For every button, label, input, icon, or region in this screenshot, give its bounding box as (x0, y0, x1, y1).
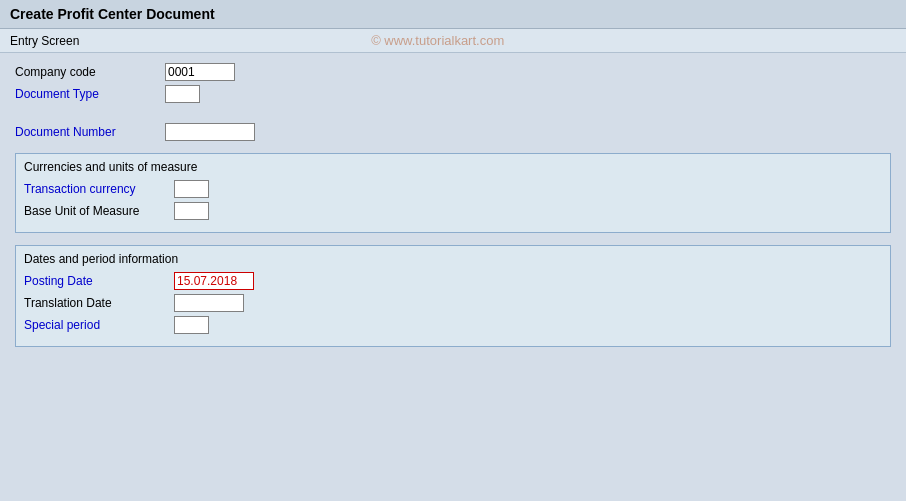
posting-date-input[interactable] (174, 272, 254, 290)
company-code-input[interactable] (165, 63, 235, 81)
title-bar: Create Profit Center Document (0, 0, 906, 29)
transaction-currency-row: Transaction currency (24, 180, 882, 198)
entry-screen-bar: Entry Screen © www.tutorialkart.com (0, 29, 906, 53)
base-unit-input[interactable] (174, 202, 209, 220)
document-type-input[interactable] (165, 85, 200, 103)
transaction-currency-input[interactable] (174, 180, 209, 198)
company-code-label: Company code (15, 65, 165, 79)
special-period-input[interactable] (174, 316, 209, 334)
company-code-row: Company code (15, 63, 891, 81)
currencies-section: Currencies and units of measure Transact… (15, 153, 891, 233)
entry-screen-label: Entry Screen (10, 34, 79, 48)
posting-date-row: Posting Date (24, 272, 882, 290)
dates-section-title: Dates and period information (24, 252, 882, 266)
document-type-label[interactable]: Document Type (15, 87, 165, 101)
currencies-section-title: Currencies and units of measure (24, 160, 882, 174)
document-number-label[interactable]: Document Number (15, 125, 165, 139)
special-period-row: Special period (24, 316, 882, 334)
document-type-row: Document Type (15, 85, 891, 103)
base-unit-label: Base Unit of Measure (24, 204, 174, 218)
special-period-label[interactable]: Special period (24, 318, 174, 332)
document-number-input[interactable] (165, 123, 255, 141)
base-unit-row: Base Unit of Measure (24, 202, 882, 220)
main-content: Company code Document Type Document Numb… (0, 53, 906, 361)
dates-section: Dates and period information Posting Dat… (15, 245, 891, 347)
posting-date-label[interactable]: Posting Date (24, 274, 174, 288)
translation-date-input[interactable] (174, 294, 244, 312)
translation-date-row: Translation Date (24, 294, 882, 312)
document-number-row: Document Number (15, 123, 891, 141)
watermark: © www.tutorialkart.com (79, 33, 796, 48)
transaction-currency-label[interactable]: Transaction currency (24, 182, 174, 196)
translation-date-label: Translation Date (24, 296, 174, 310)
page-title: Create Profit Center Document (10, 6, 896, 22)
